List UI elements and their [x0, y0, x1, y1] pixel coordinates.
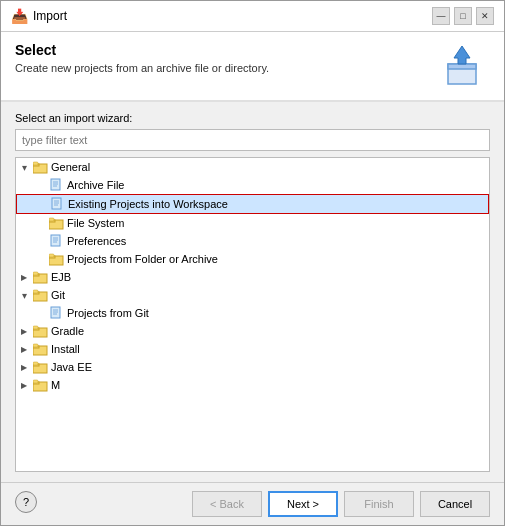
content-area: Select an import wizard: ▾GeneralArchive…	[1, 102, 504, 482]
tree-item-general[interactable]: ▾General	[16, 158, 489, 176]
folder-icon	[48, 251, 64, 267]
tree-toggle-java-ee[interactable]: ▶	[16, 359, 32, 375]
folder-icon	[32, 341, 48, 357]
wizard-label: Select an import wizard:	[15, 112, 490, 124]
svg-rect-36	[33, 326, 38, 329]
svg-rect-45	[33, 380, 38, 383]
tree-item-ejb[interactable]: ▶EJB	[16, 268, 489, 286]
title-bar: 📥 Import — □ ✕	[1, 1, 504, 32]
filter-input[interactable]	[15, 129, 490, 151]
tree-item-archive-file[interactable]: Archive File	[16, 176, 489, 194]
tree-label-archive-file: Archive File	[67, 179, 124, 191]
tree-item-gradle[interactable]: ▶Gradle	[16, 322, 489, 340]
folder-icon	[32, 287, 48, 303]
tree-item-existing-projects[interactable]: Existing Projects into Workspace	[16, 194, 489, 214]
tree-label-git: Git	[51, 289, 65, 301]
svg-rect-5	[33, 162, 38, 165]
finish-button[interactable]: Finish	[344, 491, 414, 517]
tree-toggle-projects-from-git	[32, 305, 48, 321]
next-button[interactable]: Next >	[268, 491, 338, 517]
tree-item-projects-from-git[interactable]: Projects from Git	[16, 304, 489, 322]
folder-icon	[32, 323, 48, 339]
svg-rect-29	[33, 290, 38, 293]
folder-icon	[32, 377, 48, 393]
file-icon	[49, 196, 65, 212]
tree-label-m: M	[51, 379, 60, 391]
tree-label-ejb: EJB	[51, 271, 71, 283]
svg-rect-39	[33, 344, 38, 347]
footer-left: ?	[15, 491, 37, 517]
tree-container[interactable]: ▾GeneralArchive FileExisting Projects in…	[15, 157, 490, 472]
file-icon	[48, 177, 64, 193]
tree-toggle-gradle[interactable]: ▶	[16, 323, 32, 339]
close-button[interactable]: ✕	[476, 7, 494, 25]
svg-rect-30	[51, 307, 60, 318]
title-bar-left: 📥 Import	[11, 8, 67, 24]
tree-label-general: General	[51, 161, 90, 173]
footer: ? < Back Next > Finish Cancel	[1, 482, 504, 525]
window-title: Import	[33, 9, 67, 23]
tree-toggle-install[interactable]: ▶	[16, 341, 32, 357]
import-dialog: 📥 Import — □ ✕ Select Create new project…	[0, 0, 505, 526]
svg-rect-17	[51, 235, 60, 246]
tree-item-projects-from-folder[interactable]: Projects from Folder or Archive	[16, 250, 489, 268]
title-bar-controls: — □ ✕	[432, 7, 494, 25]
folder-icon	[32, 159, 48, 175]
folder-icon	[48, 215, 64, 231]
tree-label-java-ee: Java EE	[51, 361, 92, 373]
tree-item-preferences[interactable]: Preferences	[16, 232, 489, 250]
tree-label-projects-from-folder: Projects from Folder or Archive	[67, 253, 218, 265]
tree-toggle-m[interactable]: ▶	[16, 377, 32, 393]
tree-toggle-general[interactable]: ▾	[16, 159, 32, 175]
tree-item-java-ee[interactable]: ▶Java EE	[16, 358, 489, 376]
svg-rect-1	[448, 64, 476, 69]
svg-rect-42	[33, 362, 38, 365]
tree-toggle-projects-from-folder	[32, 251, 48, 267]
svg-rect-26	[33, 272, 38, 275]
tree-label-file-system: File System	[67, 217, 124, 229]
window-icon: 📥	[11, 8, 27, 24]
back-button[interactable]: < Back	[192, 491, 262, 517]
header-subtitle: Create new projects from an archive file…	[15, 62, 442, 74]
tree-toggle-existing-projects	[33, 196, 49, 212]
svg-rect-23	[49, 254, 54, 257]
header-section: Select Create new projects from an archi…	[1, 32, 504, 102]
svg-rect-10	[52, 198, 61, 209]
svg-marker-2	[454, 46, 470, 64]
import-icon-svg	[444, 44, 488, 88]
maximize-button[interactable]: □	[454, 7, 472, 25]
tree-item-git[interactable]: ▾Git	[16, 286, 489, 304]
file-icon	[48, 233, 64, 249]
tree-toggle-git[interactable]: ▾	[16, 287, 32, 303]
header-icon	[442, 42, 490, 90]
folder-icon	[32, 359, 48, 375]
tree-label-preferences: Preferences	[67, 235, 126, 247]
header-title: Select	[15, 42, 442, 58]
help-button[interactable]: ?	[15, 491, 37, 513]
svg-rect-16	[49, 218, 54, 221]
folder-icon	[32, 269, 48, 285]
file-icon	[48, 305, 64, 321]
tree-item-file-system[interactable]: File System	[16, 214, 489, 232]
minimize-button[interactable]: —	[432, 7, 450, 25]
tree-item-m[interactable]: ▶M	[16, 376, 489, 394]
tree-toggle-archive-file	[32, 177, 48, 193]
tree-label-projects-from-git: Projects from Git	[67, 307, 149, 319]
tree-toggle-ejb[interactable]: ▶	[16, 269, 32, 285]
tree-toggle-preferences	[32, 233, 48, 249]
tree-item-install[interactable]: ▶Install	[16, 340, 489, 358]
svg-rect-6	[51, 179, 60, 190]
tree-label-existing-projects: Existing Projects into Workspace	[68, 198, 228, 210]
tree-label-install: Install	[51, 343, 80, 355]
header-text: Select Create new projects from an archi…	[15, 42, 442, 74]
cancel-button[interactable]: Cancel	[420, 491, 490, 517]
tree-toggle-file-system	[32, 215, 48, 231]
tree-label-gradle: Gradle	[51, 325, 84, 337]
